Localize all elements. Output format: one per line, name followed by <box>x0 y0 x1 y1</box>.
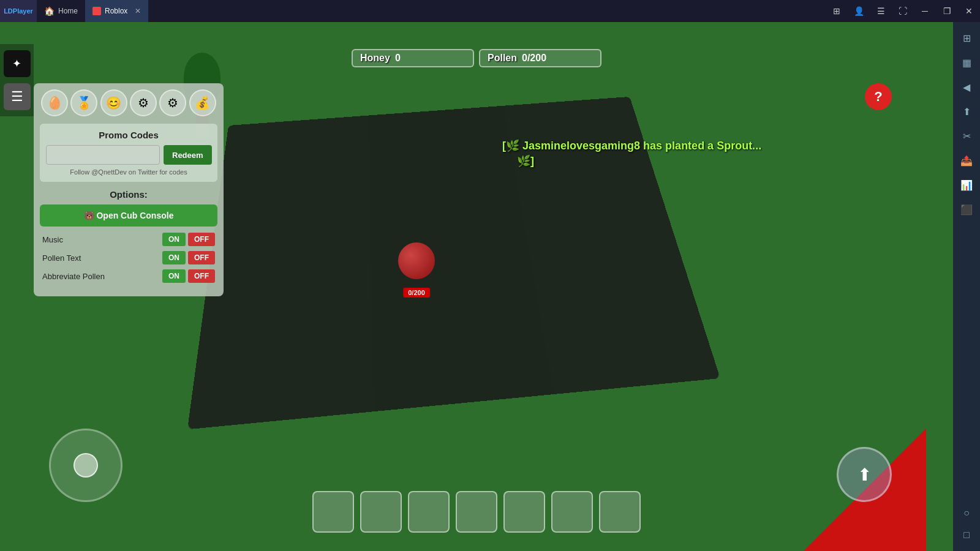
pollen-text-off-button[interactable]: OFF <box>188 251 215 264</box>
menu-button[interactable]: ☰ <box>870 0 892 22</box>
app-name: LDPlayer <box>4 7 33 15</box>
promo-title: Promo Codes <box>46 130 211 140</box>
chat-prefix: [🌿 <box>502 140 519 152</box>
close-tab-icon[interactable]: ✕ <box>135 7 141 15</box>
game-area: Honey 0 Pollen 0/200 [🌿 Jasminelovesgami… <box>0 22 953 551</box>
app-logo: LDPlayer <box>0 0 37 22</box>
sidebar-scissors-icon[interactable]: ✂ <box>956 125 978 147</box>
music-off-button[interactable]: OFF <box>188 233 215 246</box>
inventory-slot-2[interactable] <box>360 491 402 533</box>
pollen-text-toggle-group: ON OFF <box>162 251 215 264</box>
inventory-slot-5[interactable] <box>503 491 545 533</box>
minimize-button[interactable]: ─ <box>914 0 936 22</box>
home-icon: 🏠 <box>44 6 55 16</box>
face-icon[interactable]: 😊 <box>100 89 127 116</box>
sidebar-square-icon[interactable]: □ <box>956 524 978 546</box>
titlebar: LDPlayer 🏠 Home Roblox ✕ ⊞ 👤 ☰ ⛶ ─ ❐ ✕ <box>0 0 980 22</box>
help-button[interactable]: ? <box>865 83 892 110</box>
abbreviate-pollen-toggle-row: Abbreviate Pollen ON OFF <box>40 269 217 283</box>
promo-section: Promo Codes Redeem Follow @QnettDev on T… <box>40 124 217 182</box>
close-window-button[interactable]: ✕ <box>958 0 980 22</box>
abbreviate-pollen-on-button[interactable]: ON <box>162 269 186 283</box>
settings-icon[interactable]: ⚙ <box>159 89 186 116</box>
promo-code-input[interactable] <box>46 145 160 165</box>
open-cub-console-button[interactable]: 🐻 Open Cub Console <box>40 204 217 227</box>
music-toggle-group: ON OFF <box>162 233 215 246</box>
sidebar-up-icon[interactable]: ⬆ <box>956 100 978 122</box>
sidebar-circle-icon[interactable]: ○ <box>956 502 978 524</box>
icon-row: 🥚 🏅 😊 ⚙ ⚙ 💰 <box>40 89 217 116</box>
action-button-icon: ⬆ <box>858 465 872 485</box>
options-title: Options: <box>40 189 217 200</box>
top-hud: Honey 0 Pollen 0/200 <box>352 44 601 67</box>
home-tab-label: Home <box>58 7 78 15</box>
pollen-display: Pollen 0/200 <box>479 49 601 67</box>
pollen-text-label: Pollen Text <box>42 253 81 263</box>
abbreviate-pollen-toggle-group: ON OFF <box>162 269 215 283</box>
screen-button[interactable]: ⛶ <box>892 0 914 22</box>
chat-suffix: 🌿] <box>517 155 534 167</box>
inventory-slot-1[interactable] <box>312 491 354 533</box>
pollen-value: 0/200 <box>522 53 593 64</box>
abbreviate-pollen-label: Abbreviate Pollen <box>42 272 105 281</box>
maximize-button[interactable]: ❐ <box>936 0 958 22</box>
badge-icon[interactable]: 🏅 <box>70 89 97 116</box>
options-section: Options: 🐻 Open Cub Console Music ON OFF… <box>40 187 217 290</box>
music-label: Music <box>42 235 63 244</box>
sidebar-bottom: ○ □ <box>956 502 978 546</box>
promo-hint: Follow @QnettDev on Twitter for codes <box>46 168 211 176</box>
roblox-tab-icon <box>92 7 101 15</box>
home-tab[interactable]: 🏠 Home <box>37 0 85 22</box>
action-button[interactable]: ⬆ <box>837 447 892 502</box>
inventory-slot-6[interactable] <box>551 491 593 533</box>
sidebar-box-icon[interactable]: ⬛ <box>956 198 978 220</box>
chat-text: Jasminelovesgaming8 has planted a Sprout… <box>522 140 761 152</box>
sidebar-chart-icon[interactable]: 📊 <box>956 174 978 196</box>
window-controls: ⊞ 👤 ☰ ⛶ ─ ❐ ✕ <box>826 0 980 22</box>
music-toggle-row: Music ON OFF <box>40 233 217 246</box>
game-ui-panel: 🥚 🏅 😊 ⚙ ⚙ 💰 Promo Codes Redeem Follow @Q… <box>34 83 224 296</box>
inventory-slot-4[interactable] <box>456 491 497 533</box>
character-pollen-bar: 0/200 <box>403 288 430 298</box>
pollen-label: Pollen <box>488 53 517 64</box>
honey-value: 0 <box>395 53 466 64</box>
roblox-tab[interactable]: Roblox ✕ <box>85 0 148 22</box>
sidebar-back-icon[interactable]: ◀ <box>956 76 978 98</box>
music-on-button[interactable]: ON <box>162 233 186 246</box>
menu-icon[interactable]: ☰ <box>4 83 31 110</box>
redeem-button[interactable]: Redeem <box>164 145 212 165</box>
character-body: 0/200 <box>392 236 441 285</box>
pollen-text-on-button[interactable]: ON <box>162 251 186 264</box>
inventory-slot-7[interactable] <box>599 491 641 533</box>
game-character: 0/200 <box>380 224 453 298</box>
grid-button[interactable]: ⊞ <box>826 0 848 22</box>
roblox-tab-label: Roblox <box>105 7 127 15</box>
joystick-dot <box>74 453 98 478</box>
egg-icon[interactable]: 🥚 <box>41 89 68 116</box>
sidebar-upload-icon[interactable]: 📤 <box>956 149 978 171</box>
honey-label: Honey <box>360 53 390 64</box>
joystick[interactable] <box>49 429 123 502</box>
sidebar-grid-icon[interactable]: ⊞ <box>956 27 978 49</box>
abbreviate-pollen-off-button[interactable]: OFF <box>188 269 215 283</box>
user-button[interactable]: 👤 <box>848 0 870 22</box>
promo-input-row: Redeem <box>46 145 211 165</box>
inventory-bar <box>312 491 641 533</box>
character-ball <box>398 242 435 279</box>
money-icon[interactable]: 💰 <box>189 89 216 116</box>
honey-display: Honey 0 <box>352 49 474 67</box>
sidebar-table-icon[interactable]: ▦ <box>956 51 978 73</box>
left-panel: ✦ ☰ <box>0 44 34 116</box>
right-sidebar: ⊞ ▦ ◀ ⬆ ✂ 📤 📊 ⬛ ○ □ <box>953 22 980 551</box>
inventory-slot-3[interactable] <box>408 491 450 533</box>
chat-message: [🌿 Jasminelovesgaming8 has planted a Spr… <box>502 138 761 169</box>
pollen-text-toggle-row: Pollen Text ON OFF <box>40 251 217 264</box>
roblox-icon[interactable]: ✦ <box>4 50 31 77</box>
gear-icon[interactable]: ⚙ <box>130 89 157 116</box>
